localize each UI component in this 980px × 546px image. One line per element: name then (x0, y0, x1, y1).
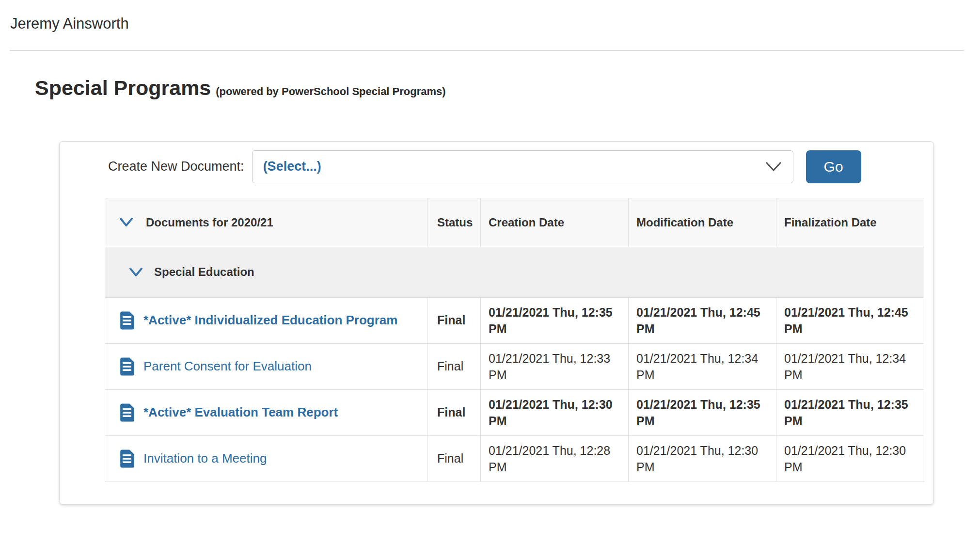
column-header-status: Status (427, 198, 481, 247)
go-button[interactable]: Go (806, 150, 861, 183)
finalization-date-cell: 01/21/2021 Thu, 12:34 PM (776, 343, 924, 389)
collapse-group-chevron-icon[interactable] (128, 267, 143, 278)
create-document-row: Create New Document: (Select...) Go (108, 150, 933, 183)
modification-date-cell: 01/21/2021 Thu, 12:34 PM (629, 343, 776, 389)
document-link[interactable]: *Active* Evaluation Team Report (143, 405, 338, 420)
special-education-group-row: Special Education (105, 247, 924, 297)
document-icon (120, 357, 135, 376)
table-header-row: Documents for 2020/21 Status Creation Da… (105, 198, 924, 247)
header-divider (10, 50, 964, 51)
document-link[interactable]: Parent Consent for Evaluation (143, 359, 312, 374)
special-programs-card: Create New Document: (Select...) Go (59, 141, 934, 505)
status-cell: Final (427, 343, 481, 389)
document-link[interactable]: *Active* Individualized Education Progra… (143, 313, 397, 328)
document-icon (120, 449, 135, 468)
column-header-creation-date: Creation Date (481, 198, 629, 247)
create-document-label: Create New Document: (108, 159, 244, 174)
creation-date-cell: 01/21/2021 Thu, 12:30 PM (481, 389, 629, 435)
modification-date-cell: 01/21/2021 Thu, 12:35 PM (629, 389, 776, 435)
finalization-date-cell: 01/21/2021 Thu, 12:45 PM (776, 297, 924, 343)
page-title: Special Programs (35, 76, 211, 100)
modification-date-cell: 01/21/2021 Thu, 12:30 PM (629, 435, 776, 482)
student-name: Jeremy Ainsworth (10, 15, 980, 32)
page-subtitle: (powered by PowerSchool Special Programs… (216, 85, 445, 98)
status-cell: Final (427, 297, 481, 343)
modification-date-cell: 01/21/2021 Thu, 12:45 PM (629, 297, 776, 343)
table-row: *Active* Individualized Education Progra… (105, 297, 924, 343)
collapse-year-chevron-icon[interactable] (119, 217, 134, 228)
documents-table: Documents for 2020/21 Status Creation Da… (105, 198, 924, 482)
documents-year-header: Documents for 2020/21 (146, 216, 273, 229)
section-title-row: Special Programs (powered by PowerSchool… (35, 76, 980, 100)
creation-date-cell: 01/21/2021 Thu, 12:35 PM (481, 297, 629, 343)
table-row: Invitation to a Meeting Final 01/21/2021… (105, 435, 924, 482)
column-header-finalization-date: Finalization Date (776, 198, 924, 247)
chevron-down-icon (765, 161, 782, 173)
table-row: *Active* Evaluation Team Report Final 01… (105, 389, 924, 435)
group-label: Special Education (154, 265, 254, 279)
document-link[interactable]: Invitation to a Meeting (143, 451, 267, 466)
finalization-date-cell: 01/21/2021 Thu, 12:30 PM (776, 435, 924, 482)
page-header: Jeremy Ainsworth (0, 0, 980, 32)
status-cell: Final (427, 389, 481, 435)
document-icon (120, 403, 135, 422)
column-header-modification-date: Modification Date (629, 198, 776, 247)
creation-date-cell: 01/21/2021 Thu, 12:28 PM (481, 435, 629, 482)
finalization-date-cell: 01/21/2021 Thu, 12:35 PM (776, 389, 924, 435)
document-icon (120, 311, 135, 330)
select-value: (Select...) (263, 159, 765, 174)
table-row: Parent Consent for Evaluation Final 01/2… (105, 343, 924, 389)
create-document-select[interactable]: (Select...) (252, 150, 793, 183)
status-cell: Final (427, 435, 481, 482)
creation-date-cell: 01/21/2021 Thu, 12:33 PM (481, 343, 629, 389)
